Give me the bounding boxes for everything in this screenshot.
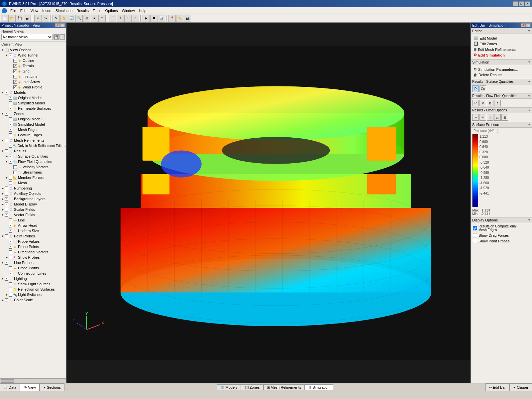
tb-solid[interactable]: ■ [91, 15, 98, 22]
tb-transparent[interactable]: □ [98, 15, 106, 22]
cb-wind-profile[interactable] [13, 85, 17, 89]
expander-line-probes[interactable]: ▼ [1, 261, 5, 265]
tb-sim-stop[interactable]: ⏹ [150, 15, 158, 22]
cb-surface-qty[interactable] [9, 155, 12, 158]
expander-zones[interactable]: ▼ [1, 112, 5, 116]
tree-item-show-probes[interactable]: ▶ 👁 Show Probes [0, 255, 66, 260]
tree-item-line-probes[interactable]: ▼ ⬡ Line Probes [0, 260, 66, 265]
menu-simulation[interactable]: Simulation [53, 8, 74, 13]
cb-velocity-vectors[interactable] [13, 165, 17, 169]
tree-item-arrow-head[interactable]: ▶ Arrow Head [0, 223, 66, 228]
tree-item-view-options[interactable]: ▼ 📋 View Options [0, 47, 66, 53]
tree-item-inlet-arrow[interactable]: ◈ Inlet Arrow [0, 79, 66, 84]
tb-new[interactable]: 📄 [1, 15, 8, 22]
menu-options[interactable]: Options [103, 8, 120, 13]
tab-models[interactable]: 🏢 Models [217, 384, 241, 390]
cb-line[interactable] [9, 218, 12, 222]
menu-results[interactable]: Results [74, 8, 91, 13]
rp-btn-o3[interactable]: ⇉ [487, 114, 493, 121]
tb-save[interactable]: 💾 [16, 15, 23, 22]
rp-close-btn[interactable]: ✕ [526, 23, 531, 27]
tree-item-wind-profile[interactable]: ◈ Wind Profile [0, 84, 66, 90]
cb-vector-fields[interactable] [5, 213, 8, 217]
cb-model-display[interactable] [5, 202, 8, 206]
rp-btn-o2[interactable]: ◎ [479, 114, 486, 121]
tb-view-reset[interactable]: ⌂ [132, 15, 139, 22]
results-flow-collapse[interactable]: ▼ [528, 94, 531, 98]
expander-models[interactable]: ▼ [1, 90, 5, 94]
menu-tools[interactable]: Tools [91, 8, 103, 13]
cb-wind-tunnel[interactable] [9, 54, 12, 57]
tree-item-point-probes[interactable]: ▼ ⬡ Point Probes [0, 233, 66, 239]
cb-terrain[interactable] [13, 64, 17, 68]
menu-file[interactable]: File [8, 8, 18, 13]
tb-print[interactable]: 🖨 [24, 15, 31, 22]
rp-btn-e[interactable]: ε [494, 100, 501, 106]
panel-pin-btn[interactable]: 📌 [55, 23, 60, 27]
tb-view-iso[interactable]: I [124, 15, 132, 22]
rp-btn-k[interactable]: k [487, 100, 493, 106]
tree-item-probe-values[interactable]: 📊 Probe Values [0, 239, 66, 244]
tab-simulation[interactable]: ⚙ Simulation [305, 384, 333, 390]
tree-item-models[interactable]: ▼ ⬡ Models [0, 90, 66, 95]
cb-lighting[interactable] [5, 277, 8, 281]
delete-results-item[interactable]: 🗑 Delete Results [472, 72, 531, 77]
surface-pressure-collapse[interactable]: ▼ [528, 123, 531, 126]
rp-btn-o5[interactable]: ⊞ [501, 114, 508, 121]
sim-collapse-btn[interactable]: ▼ [528, 61, 531, 64]
cb-member-forces[interactable] [9, 176, 12, 180]
expander-wind-tunnel[interactable]: ▼ [5, 53, 9, 57]
tree-item-numbering[interactable]: ▶ ⬡ Numbering [0, 186, 66, 191]
tree-item-terrain[interactable]: ◈ Terrain [0, 63, 66, 68]
close-button[interactable]: ✕ [525, 1, 530, 6]
rp-pin-btn[interactable]: 📌 [521, 23, 526, 27]
left-panel-scrollbar[interactable] [0, 378, 66, 383]
edit-mesh-ref-item[interactable]: ⊞ Edit Mesh Refinements [472, 47, 531, 52]
tree-item-probe-points-1[interactable]: ● Probe Points [0, 244, 66, 249]
tree-item-uniform-size[interactable]: ⊡ Uniform Size [0, 228, 66, 233]
tree-item-scalar-fields[interactable]: ▶ ⬡ Scalar Fields [0, 207, 66, 212]
tree-item-orig-model-2[interactable]: 🏢 Original Model [0, 116, 66, 122]
tree-item-flow-field[interactable]: ▼ 💨 Flow Field Quantities [0, 159, 66, 164]
tree-item-reflection[interactable]: ✨ Reflection on Surfaces [0, 287, 66, 292]
tb-view-front[interactable]: F [109, 15, 116, 22]
tree-item-wind-tunnel[interactable]: ▼ ⬡ Wind Tunnel [0, 53, 66, 58]
cb-point-probes-display[interactable] [473, 239, 477, 243]
cb-point-probes[interactable] [5, 234, 8, 238]
tab-edit-bar[interactable]: ✏ Edit Bar [485, 383, 509, 391]
viewport-3d[interactable]: X Y Z [66, 23, 471, 383]
expander-vector-fields[interactable]: ▼ [1, 213, 5, 217]
tree-item-grid[interactable]: ◈ Grid [0, 68, 66, 74]
named-views-select[interactable]: No named views [1, 34, 53, 40]
tree-item-zones[interactable]: ▼ ⬡ Zones [0, 111, 66, 116]
tb-undo[interactable]: ↩ [34, 15, 42, 22]
tb-select[interactable]: ↖ [53, 15, 60, 22]
results-other-collapse[interactable]: ▼ [528, 109, 531, 112]
tree-item-probe-points-2[interactable]: ● Probe Points [0, 265, 66, 271]
tree-item-velocity-vectors[interactable]: → Velocity Vectors [0, 164, 66, 170]
tb-open[interactable]: 📂 [8, 15, 16, 22]
nv-save-btn[interactable]: 💾 [53, 34, 59, 40]
tree-item-streamlines[interactable]: 〜 Streamlines [0, 170, 66, 175]
tree-item-mesh-results[interactable]: ⊞ Mesh [0, 180, 66, 186]
cb-light-switches[interactable] [9, 293, 12, 297]
viewport[interactable]: X Y Z [66, 23, 471, 383]
editor-collapse-btn[interactable]: ▼ [528, 29, 531, 33]
window-controls[interactable]: ─ □ ✕ [513, 1, 530, 6]
nv-add-btn[interactable]: + [59, 34, 65, 40]
cb-mesh-edges[interactable] [9, 128, 12, 132]
menu-help[interactable]: Help [137, 8, 149, 13]
sim-params-item[interactable]: ⚙ Simulation Parameters... [472, 66, 531, 72]
tree-item-bg-layers[interactable]: ▶ ⬡ Background Layers [0, 196, 66, 201]
cb-line-probes[interactable] [5, 261, 8, 265]
rp-btn-p2[interactable]: P [472, 100, 479, 106]
tab-zones[interactable]: 🔲 Zones [241, 384, 264, 390]
cb-simp-model-2[interactable] [9, 123, 12, 126]
tb-measure[interactable]: 📏 [176, 15, 183, 22]
rp-btn-v[interactable]: V [479, 100, 486, 106]
tb-sim-run[interactable]: ▶ [143, 15, 150, 22]
tree-item-light-switches[interactable]: ▶ 🔦 Light Switches [0, 292, 66, 297]
cb-permeable[interactable] [9, 107, 12, 110]
menu-window[interactable]: Window [120, 8, 137, 13]
tree-item-aux-obj[interactable]: ▶ ⬡ Auxiliary Objects [0, 191, 66, 196]
